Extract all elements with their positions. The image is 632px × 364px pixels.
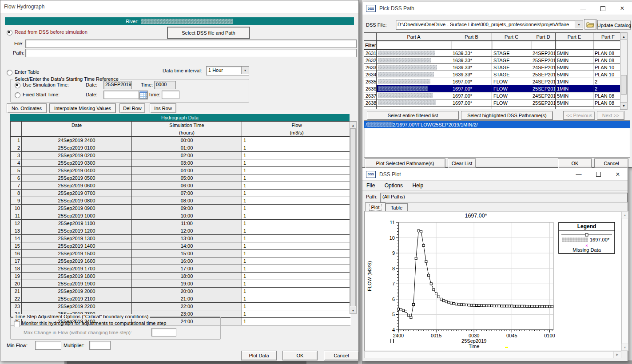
dss-row-number[interactable]: 2637 bbox=[364, 92, 376, 99]
hydrograph-cell-time[interactable]: 19:00 bbox=[132, 280, 242, 287]
fixed-time-input[interactable] bbox=[162, 91, 179, 99]
dss-row-part-c[interactable]: FLOW bbox=[492, 85, 531, 92]
enter-table-radio[interactable] bbox=[7, 70, 12, 75]
hydrograph-cell-date[interactable]: 25Sep2019 0200 bbox=[22, 152, 131, 159]
hydrograph-cell-date[interactable]: 25Sep2019 0300 bbox=[22, 159, 131, 166]
multiplier-input[interactable] bbox=[89, 341, 111, 350]
hydrograph-cell-date[interactable]: 25Sep2019 1400 bbox=[22, 242, 131, 249]
hydrograph-cell-flow[interactable]: 1 bbox=[242, 220, 351, 227]
hydrograph-cell-time[interactable]: 18:00 bbox=[132, 273, 242, 280]
hydrograph-cell-flow[interactable]: 1 bbox=[242, 310, 351, 317]
hydrograph-cell-flow[interactable]: 1 bbox=[242, 288, 351, 295]
maximize-button[interactable] bbox=[593, 2, 612, 15]
interpolate-button[interactable]: Interpolate Missing Values bbox=[49, 103, 116, 113]
filter-input-part-e[interactable] bbox=[556, 41, 593, 49]
pick-dss-path-titlebar[interactable]: DSS Pick DSS Path — × bbox=[362, 2, 632, 15]
dss-row-part-f[interactable]: PLAN 08 bbox=[593, 50, 623, 56]
clear-list-button[interactable]: Clear List bbox=[448, 158, 476, 168]
dss-row-part-e[interactable]: 1MIN bbox=[556, 85, 593, 92]
close-button[interactable]: × bbox=[608, 168, 628, 180]
dss-row-part-f[interactable]: PLAN 08 bbox=[593, 92, 623, 99]
dss-row-part-d[interactable]: 24SEP2019 bbox=[531, 64, 555, 71]
chevron-down-icon[interactable]: ▼ bbox=[575, 20, 583, 28]
hydrograph-cell-time[interactable]: 13:00 bbox=[132, 235, 242, 242]
dss-row-part-f[interactable]: PLAN 08 bbox=[593, 99, 623, 106]
dss-row-part-a-redacted[interactable] bbox=[377, 78, 451, 85]
plot-data-button[interactable]: Plot Data bbox=[241, 351, 277, 360]
hydrograph-cell-date[interactable]: 25Sep2019 1600 bbox=[22, 257, 131, 265]
dss-row-part-e[interactable]: 5MIN bbox=[556, 71, 593, 78]
calendar-picker-button[interactable] bbox=[139, 91, 148, 99]
dss-row-part-a-redacted[interactable] bbox=[377, 71, 451, 78]
filter-input-part-f[interactable] bbox=[593, 41, 623, 49]
dss-file-combobox[interactable]: D:\Onedrive\OneDrive - Surface Libre\000… bbox=[396, 20, 583, 30]
hydrograph-cell-time[interactable]: 22:00 bbox=[132, 303, 242, 310]
plot-vertical-scrollbar[interactable]: ▲ ▼ bbox=[621, 211, 628, 351]
hydrograph-cell-flow[interactable]: 1 bbox=[242, 318, 351, 325]
dss-row-part-a-redacted[interactable] bbox=[377, 85, 451, 92]
hydrograph-cell-date[interactable]: 25Sep2019 2100 bbox=[22, 295, 131, 302]
hydrograph-cell-date[interactable]: 25Sep2019 0500 bbox=[22, 174, 131, 182]
hydrograph-cell-date[interactable]: 25Sep2019 0100 bbox=[22, 144, 131, 151]
dss-row-part-f[interactable]: 2 bbox=[593, 78, 623, 85]
dss-row-part-b[interactable]: 1639.33* bbox=[451, 50, 492, 56]
hydrograph-cell-flow[interactable]: 1 bbox=[242, 144, 351, 151]
hydrograph-cell-flow[interactable]: 1 bbox=[242, 265, 351, 272]
hydrograph-cell-date[interactable]: 25Sep2019 1000 bbox=[22, 212, 131, 219]
dss-row-number[interactable]: 2634 bbox=[364, 71, 376, 78]
dss-row-part-a-redacted[interactable] bbox=[377, 50, 451, 56]
dss-row-part-e[interactable]: 5MIN bbox=[556, 99, 593, 106]
hydrograph-cell-time[interactable]: 17:00 bbox=[132, 265, 242, 272]
dss-row-part-d[interactable]: 25SEP2019 bbox=[531, 71, 555, 78]
next-button[interactable]: Next >> bbox=[597, 111, 624, 120]
dss-row-number[interactable]: 2636 bbox=[364, 85, 376, 92]
hydrograph-cell-date[interactable]: 25Sep2019 0800 bbox=[22, 197, 131, 204]
dss-row-part-d[interactable]: 24SEP2019 bbox=[531, 92, 555, 99]
hydrograph-cell-date[interactable]: 25Sep2019 2000 bbox=[22, 288, 131, 295]
dss-row-part-e[interactable]: 5MIN bbox=[556, 57, 593, 63]
data-time-interval-select[interactable]: 1 Hour ▼ bbox=[206, 66, 249, 75]
dss-row-part-b[interactable]: 1639.33* bbox=[451, 71, 492, 78]
hydrograph-cell-flow[interactable]: 1 bbox=[242, 159, 351, 166]
maximize-button[interactable] bbox=[588, 168, 608, 180]
hydrograph-cell-time[interactable]: 04:00 bbox=[132, 167, 242, 174]
menu-options[interactable]: Options bbox=[381, 181, 407, 190]
no-ordinates-button[interactable]: No. Ordinates bbox=[7, 103, 47, 113]
hydrograph-cell-flow[interactable]: 1 bbox=[242, 250, 351, 257]
hydrograph-cell-flow[interactable]: 1 bbox=[242, 174, 351, 182]
dss-row-number[interactable]: 2633 bbox=[364, 64, 376, 71]
path-select[interactable]: (All Paths) bbox=[380, 193, 628, 202]
dss-row-part-b[interactable]: 1639.33* bbox=[451, 64, 492, 71]
scroll-right-icon[interactable]: ▶ bbox=[613, 352, 621, 358]
scroll-up-icon[interactable]: ▲ bbox=[620, 33, 628, 40]
hydrograph-cell-flow[interactable]: 1 bbox=[242, 197, 351, 204]
menu-file[interactable]: File bbox=[362, 181, 379, 190]
dss-row-part-b[interactable]: 1697.00* bbox=[451, 99, 492, 106]
dss-row-part-f[interactable]: 2 bbox=[593, 85, 623, 92]
hydrograph-cell-time[interactable]: 20:00 bbox=[132, 288, 242, 295]
hydrograph-cell-date[interactable]: 25Sep2019 1800 bbox=[22, 273, 131, 280]
hydrograph-cell-time[interactable]: 09:00 bbox=[132, 205, 242, 212]
fixed-date-input[interactable] bbox=[103, 91, 139, 99]
dss-row-part-c[interactable]: STAGE bbox=[492, 50, 531, 56]
dss-row-part-f[interactable]: PLAN 10 bbox=[593, 71, 623, 78]
hydrograph-cell-time[interactable]: 21:00 bbox=[132, 295, 242, 302]
dss-row-part-e[interactable]: 5MIN bbox=[556, 50, 593, 56]
hydrograph-table-scrollbar[interactable]: ▲ ▼ bbox=[350, 121, 357, 314]
dss-row-part-f[interactable]: PLAN 10 bbox=[593, 64, 623, 71]
menu-help[interactable]: Help bbox=[408, 181, 427, 190]
previous-button[interactable]: << Previous bbox=[563, 111, 595, 120]
filter-input-part-d[interactable] bbox=[531, 41, 555, 49]
tab-plot[interactable]: Plot bbox=[365, 202, 386, 211]
scrollbar-thumb[interactable] bbox=[621, 75, 627, 95]
dss-row-part-d[interactable]: 25SEP2019 bbox=[531, 57, 555, 63]
scroll-down-icon[interactable]: ▼ bbox=[621, 344, 628, 351]
cancel-button[interactable]: Cancel bbox=[594, 158, 628, 168]
browse-dss-file-button[interactable] bbox=[584, 19, 596, 30]
hydrograph-cell-time[interactable]: 03:00 bbox=[132, 159, 242, 166]
dss-row-part-e[interactable]: 1MIN bbox=[556, 78, 593, 85]
hydrograph-cell-time[interactable]: 16:00 bbox=[132, 257, 242, 265]
dss-row-part-a-redacted[interactable] bbox=[377, 57, 451, 63]
dss-row-part-a-redacted[interactable] bbox=[377, 99, 451, 106]
dss-row-part-d[interactable]: 25SEP2019 bbox=[531, 85, 555, 92]
